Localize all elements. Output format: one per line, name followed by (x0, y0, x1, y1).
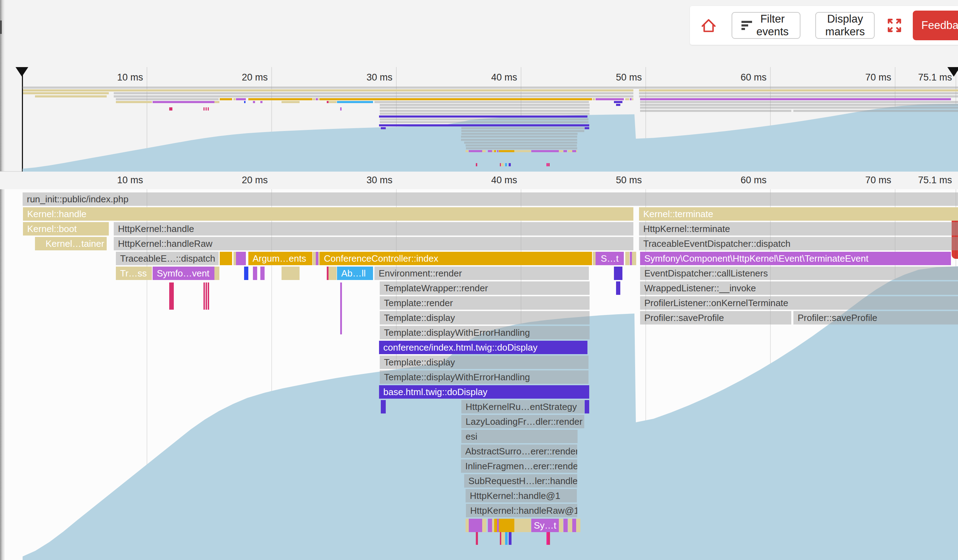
timeline-span[interactable]: Template::render (380, 296, 590, 310)
minimap-marker-tick[interactable] (509, 163, 511, 166)
minimap-span[interactable] (793, 110, 958, 112)
timeline-span[interactable]: HttpKernel::handleRaw@1 (466, 504, 577, 517)
minimap-span[interactable] (380, 112, 590, 115)
minimap-span[interactable] (585, 127, 589, 129)
minimap-span[interactable] (116, 101, 152, 103)
minimap-span[interactable] (494, 150, 496, 152)
minimap-span[interactable] (244, 101, 246, 103)
timeline-span[interactable]: Argum…ents (248, 252, 312, 265)
timeline-span[interactable]: base.html.twig::doDisplay (379, 385, 589, 399)
marker-tick[interactable] (505, 532, 508, 545)
timeline-span[interactable]: TemplateWrapper::render (380, 282, 590, 295)
minimap-marker-tick[interactable] (500, 163, 501, 166)
timeline-span[interactable]: run_init::public/index.php (22, 193, 958, 206)
timeline-span[interactable]: WrappedListener::__invoke (640, 282, 958, 295)
timeline-span[interactable]: Kernel::boot (23, 222, 109, 236)
minimap-span[interactable] (253, 101, 255, 103)
minimap-span[interactable] (466, 147, 577, 149)
minimap-span[interactable] (640, 110, 791, 112)
timeline-span[interactable] (614, 267, 622, 280)
timeline-span[interactable] (482, 519, 487, 532)
minimap-span[interactable] (593, 98, 595, 100)
minimap-span[interactable] (639, 89, 958, 92)
marker-tick[interactable] (501, 532, 505, 545)
minimap-span[interactable] (639, 92, 958, 94)
minimap-span[interactable] (462, 130, 584, 132)
minimap-span[interactable] (464, 142, 577, 144)
timeline-span[interactable]: Environment::render (374, 267, 589, 280)
minimap-span[interactable] (625, 98, 629, 100)
minimap-span[interactable] (374, 101, 589, 103)
minimap-span[interactable] (220, 98, 232, 100)
minimap-marker-tick[interactable] (501, 163, 504, 166)
timeline-span[interactable] (625, 252, 630, 265)
timeline-span[interactable]: Profiler::saveProfile (793, 311, 958, 324)
minimap-span[interactable] (576, 150, 577, 152)
minimap-span[interactable] (640, 101, 958, 103)
timeline-span[interactable] (563, 519, 568, 532)
minimap-marker-tick[interactable] (340, 108, 342, 111)
minimap-span[interactable] (462, 127, 584, 129)
marker-tick[interactable] (206, 283, 207, 310)
minimap-span[interactable] (282, 101, 300, 103)
minimap-span[interactable] (380, 118, 588, 120)
timeline-span[interactable]: HttpKernel::handle (114, 222, 633, 236)
minimap-marker-tick[interactable] (505, 163, 507, 166)
minimap-marker-tick[interactable] (546, 163, 548, 166)
minimap-span[interactable] (563, 150, 567, 152)
timeline-span[interactable] (214, 267, 219, 280)
minimap-span[interactable] (568, 150, 572, 152)
minimap-span[interactable] (632, 98, 633, 100)
minimap-span[interactable] (379, 115, 587, 117)
timeline-span[interactable]: Kernel…tainer (35, 237, 107, 250)
timeline-span[interactable]: SubRequestH…ler::handle (464, 474, 577, 487)
marker-tick[interactable] (548, 532, 550, 545)
timeline-span[interactable]: ConferenceController::index (320, 252, 592, 265)
minimap-span[interactable] (488, 150, 492, 152)
timeline-span[interactable] (220, 252, 232, 265)
minimap-span[interactable] (616, 104, 620, 106)
timeline-span[interactable]: AbstractSurro…erer::render (461, 445, 577, 458)
minimap-span[interactable] (379, 124, 589, 127)
timeline-span[interactable]: EventDispatcher::callListeners (640, 267, 958, 280)
timeline-span[interactable]: HttpKernel::handleRaw (114, 237, 633, 250)
timeline-span[interactable] (559, 519, 563, 532)
minimap-span[interactable] (152, 101, 214, 103)
minimap-span[interactable] (214, 101, 219, 103)
timeline-span[interactable]: TraceableE…::dispatch (116, 252, 219, 265)
minimap-span[interactable] (466, 150, 468, 152)
minimap-span[interactable] (260, 101, 262, 103)
timeline-span[interactable]: Template::displayWithErrorHandling (380, 370, 588, 384)
timeline-span[interactable]: Template::display (380, 356, 588, 369)
minimap-span[interactable] (23, 92, 109, 94)
minimap-span[interactable] (22, 87, 958, 89)
minimap-span[interactable] (116, 98, 219, 100)
timeline-span[interactable] (253, 267, 257, 280)
minimap-span[interactable] (614, 101, 622, 103)
timeline-span[interactable]: esi (462, 430, 577, 443)
timeline-span[interactable]: LazyLoadingFr…dler::render (462, 415, 584, 428)
minimap-marker-tick[interactable] (203, 108, 205, 111)
minimap-span[interactable] (233, 98, 236, 100)
timeline-span[interactable]: ProfilerListener::onKernelTerminate (640, 296, 958, 310)
timeline-span[interactable]: Sy…t (531, 519, 559, 532)
minimap-span[interactable] (596, 98, 624, 100)
minimap-span[interactable] (466, 144, 577, 147)
timeline-span[interactable]: S…t (596, 252, 624, 265)
timeline-span[interactable] (576, 519, 581, 532)
timeline-span[interactable]: Template::displayWithErrorHandling (380, 326, 590, 339)
minimap-span[interactable] (236, 98, 246, 100)
minimap-span[interactable] (640, 98, 951, 100)
timeline-span[interactable]: Symfony\Component\HttpKernel\Event\Termi… (640, 252, 951, 265)
timeline-span[interactable]: TraceableEventDispatcher::dispatch (639, 237, 958, 250)
timeline-span[interactable] (499, 519, 514, 532)
minimap-span[interactable] (380, 121, 588, 123)
marker-tick[interactable] (476, 532, 478, 545)
minimap-span[interactable] (461, 139, 577, 141)
timeline-span[interactable]: conference/index.html.twig::doDisplay (379, 341, 587, 354)
minimap-span[interactable] (312, 98, 316, 100)
minimap-span[interactable] (35, 95, 107, 98)
minimap-marker-tick[interactable] (208, 108, 209, 111)
timeline-span[interactable] (244, 267, 248, 280)
minimap-span[interactable] (531, 150, 559, 152)
